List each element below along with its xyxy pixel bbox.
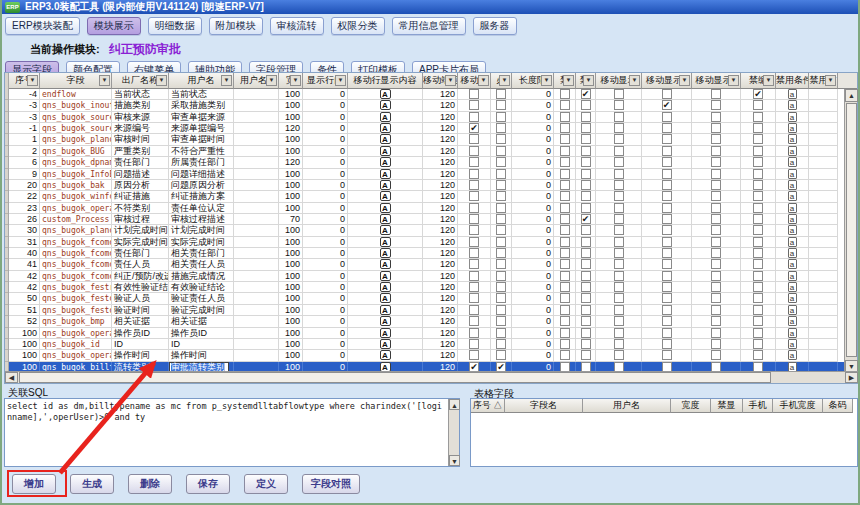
grid-cell[interactable]: 0 [512,293,554,304]
grid-checkbox[interactable] [469,350,479,360]
grid-cell[interactable] [576,146,596,157]
grid-cell[interactable] [642,169,692,180]
grid-checkbox[interactable] [581,259,591,269]
grid-checkbox[interactable] [662,293,672,303]
grid-cell[interactable] [234,305,279,316]
table-row[interactable]: -3qns_bugok_inout措施类别采取措施类别1000A1200a [5,100,857,111]
grid-cell[interactable]: qns_bugok_fcomd [40,237,112,248]
grid-cell[interactable] [596,89,642,100]
grid-cell[interactable] [642,259,692,270]
grid-cell[interactable] [692,225,741,236]
grid-cell[interactable]: 0 [512,203,554,214]
grid-cell[interactable] [554,203,576,214]
grid-cell[interactable] [692,169,741,180]
grid-cell[interactable]: 相关证据 [112,316,169,327]
grid-cell[interactable]: 2 [9,146,40,157]
grid-cell[interactable] [809,350,838,361]
grid-cell[interactable]: 审核时间 [112,134,169,145]
table-row[interactable]: 1qns_bugok_pland审核时间审查单据时间1000A1200a [5,134,857,145]
grid-cell[interactable] [491,134,512,145]
column-header[interactable]: 移动显示2▼ [692,73,741,89]
grid-cell[interactable]: A [348,316,423,327]
disable-condition-icon[interactable]: a [788,271,797,281]
column-header[interactable]: 用户名1▼ [234,73,279,89]
grid-cell[interactable]: qns_bugok_InfoB [40,169,112,180]
grid-cell[interactable] [576,259,596,270]
column-header[interactable]: 序号▼ [9,73,40,89]
grid-cell[interactable]: 相关责任人员 [169,259,234,270]
grid-checkbox[interactable] [614,169,624,179]
grid-checkbox[interactable] [581,316,591,326]
grid-cell[interactable]: 不符类别 [112,203,169,214]
grid-cell[interactable] [554,293,576,304]
grid-cell[interactable]: 120 [423,225,458,236]
grid-cell[interactable]: A [348,169,423,180]
mobile-row-content-icon[interactable]: A [380,305,391,315]
grid-cell[interactable]: 0 [512,89,554,100]
grid-checkbox[interactable] [496,203,506,213]
grid-checkbox[interactable] [662,225,672,235]
grid-cell[interactable]: 0 [512,112,554,123]
disable-condition-icon[interactable]: a [788,134,797,144]
grid-checkbox[interactable] [711,214,721,224]
grid-cell[interactable]: 120 [423,248,458,259]
grid-cell[interactable]: 0 [512,191,554,202]
grid-cell[interactable] [576,100,596,111]
grid-cell[interactable] [692,191,741,202]
grid-cell[interactable]: 100 [279,100,303,111]
grid-checkbox[interactable] [614,214,624,224]
grid-cell[interactable] [642,225,692,236]
grid-checkbox[interactable] [753,225,763,235]
grid-checkbox[interactable] [662,180,672,190]
grid-cell[interactable]: 0 [512,146,554,157]
grid-cell[interactable] [576,293,596,304]
grid-cell[interactable] [491,214,512,225]
grid-checkbox[interactable] [581,112,591,122]
grid-checkbox[interactable] [560,271,570,281]
grid-cell[interactable] [491,169,512,180]
grid-cell[interactable] [458,293,491,304]
grid-checkbox[interactable] [711,157,721,167]
grid-cell[interactable] [596,123,642,134]
grid-cell[interactable]: a [776,316,809,327]
grid-checkbox[interactable] [581,339,591,349]
grid-cell[interactable] [234,100,279,111]
grid-cell[interactable]: 100 [279,237,303,248]
grid-checkbox[interactable] [614,225,624,235]
grid-cell[interactable]: 100 [279,328,303,339]
grid-checkbox[interactable] [711,282,721,292]
grid-checkbox[interactable] [662,328,672,338]
grid-checkbox[interactable] [560,282,570,292]
table-row[interactable]: 52qns_bugok_bmp相关证据相关证据1000A1200a [5,316,857,327]
grid-cell[interactable] [596,350,642,361]
grid-cell[interactable] [491,191,512,202]
grid-checkbox[interactable] [711,89,721,99]
grid-cell[interactable] [692,282,741,293]
grid-cell[interactable] [692,180,741,191]
grid-checkbox[interactable] [560,339,570,349]
grid-cell[interactable]: 问题原因分析 [169,180,234,191]
column-filter-icon[interactable]: ▼ [335,75,346,86]
fields-column-header[interactable]: 字段名 [505,399,583,413]
grid-cell[interactable] [809,203,838,214]
grid-cell[interactable] [642,123,692,134]
grid-cell[interactable]: 纠证措施方案 [169,191,234,202]
grid-checkbox[interactable] [469,248,479,258]
grid-cell[interactable] [554,157,576,168]
grid-checkbox[interactable] [662,259,672,269]
grid-cell[interactable]: a [776,180,809,191]
grid-checkbox[interactable] [614,134,624,144]
grid-cell[interactable] [741,328,776,339]
grid-cell[interactable] [491,339,512,350]
grid-cell[interactable]: 31 [9,237,40,248]
grid-cell[interactable]: 审查单据时间 [169,134,234,145]
column-filter-icon[interactable]: ▼ [445,75,456,86]
grid-cell[interactable] [576,169,596,180]
grid-cell[interactable]: 责任部门 [112,248,169,259]
grid-cell[interactable] [234,248,279,259]
grid-cell[interactable] [458,169,491,180]
grid-checkbox[interactable] [496,248,506,258]
grid-cell[interactable]: a [776,157,809,168]
grid-cell[interactable] [642,146,692,157]
grid-cell[interactable]: qns_bugok_id [40,339,112,350]
